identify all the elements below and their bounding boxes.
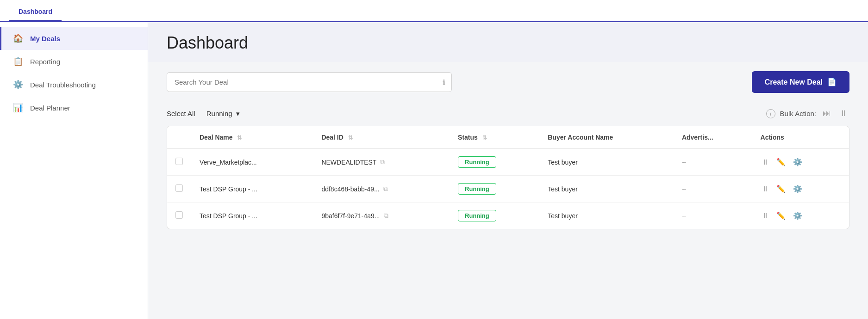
row-advertiser-2: --	[674, 202, 752, 229]
search-info-icon: ℹ	[443, 78, 445, 86]
copy-deal-id-icon-1[interactable]: ⧉	[383, 185, 388, 193]
create-button-label: Create New Deal	[765, 78, 823, 86]
bulk-action-info-icon: i	[766, 109, 775, 118]
create-new-deal-button[interactable]: Create New Deal 📄	[752, 71, 849, 93]
table-row: Test DSP Group - ... ddf8c468-babb-49...…	[167, 176, 849, 202]
th-buyer-account: Buyer Account Name	[539, 126, 674, 149]
table-row: Verve_Marketplac... NEWDEALIDTEST ⧉ Runn…	[167, 149, 849, 176]
toolbar: ℹ Create New Deal 📄	[148, 62, 868, 102]
th-status: Status ⇅	[450, 126, 539, 149]
sidebar-item-label-planner: Deal Planner	[30, 104, 70, 112]
top-bar: Dashboard	[0, 0, 868, 22]
status-filter-dropdown[interactable]: Running ▾	[206, 110, 240, 118]
bulk-action-area: i Bulk Action: ⏭ ⏸	[766, 108, 849, 119]
select-all-button[interactable]: Select All	[167, 110, 195, 117]
settings-deal-button-0[interactable]: ⚙️	[792, 157, 803, 167]
planner-icon: 📊	[12, 103, 24, 113]
sidebar-item-label-my-deals: My Deals	[30, 35, 60, 43]
status-filter-label: Running	[206, 110, 232, 117]
row-buyer-0: Test buyer	[539, 149, 674, 176]
pause-deal-button-2[interactable]: ⏸	[761, 211, 770, 221]
row-deal-name-1: Test DSP Group - ...	[191, 176, 313, 202]
dashboard-header: Dashboard	[148, 22, 868, 62]
sidebar-item-label-troubleshooting: Deal Troubleshooting	[30, 81, 96, 89]
main-layout: 🏠 My Deals 📋 Reporting ⚙️ Deal Troublesh…	[0, 22, 868, 319]
search-wrapper: ℹ	[167, 72, 452, 92]
sort-deal-name-icon[interactable]: ⇅	[237, 135, 242, 141]
row-checkbox-cell	[167, 202, 191, 229]
row-deal-name-0: Verve_Marketplac...	[191, 149, 313, 176]
bulk-stop-button[interactable]: ⏸	[837, 108, 849, 119]
row-actions-0: ⏸ ✏️ ⚙️	[752, 149, 849, 176]
edit-deal-button-2[interactable]: ✏️	[775, 210, 787, 221]
row-buyer-1: Test buyer	[539, 176, 674, 202]
th-checkbox	[167, 126, 191, 149]
settings-deal-button-1[interactable]: ⚙️	[792, 184, 803, 194]
edit-deal-button-1[interactable]: ✏️	[775, 184, 787, 194]
copy-deal-id-icon-2[interactable]: ⧉	[384, 212, 388, 220]
pause-deal-button-0[interactable]: ⏸	[761, 157, 770, 167]
row-buyer-2: Test buyer	[539, 202, 674, 229]
status-badge-1: Running	[458, 183, 496, 195]
row-checkbox-cell	[167, 176, 191, 202]
copy-deal-id-icon-0[interactable]: ⧉	[380, 158, 385, 166]
dashboard-tab[interactable]: Dashboard	[9, 3, 62, 21]
sidebar-item-deal-planner[interactable]: 📊 Deal Planner	[0, 96, 148, 119]
chevron-down-icon: ▾	[236, 110, 240, 118]
sidebar-item-label-reporting: Reporting	[30, 58, 60, 66]
sidebar-item-reporting[interactable]: 📋 Reporting	[0, 50, 148, 73]
th-deal-id: Deal ID ⇅	[313, 126, 450, 149]
row-status-1: Running	[450, 176, 539, 202]
row-status-0: Running	[450, 149, 539, 176]
row-deal-id-2: 9baf6f7f-9e71-4a9... ⧉	[313, 202, 450, 229]
settings-deal-button-2[interactable]: ⚙️	[792, 210, 803, 221]
table-row: Test DSP Group - ... 9baf6f7f-9e71-4a9..…	[167, 202, 849, 229]
create-button-icon: 📄	[827, 78, 837, 86]
table-area: Select All Running ▾ i Bulk Action: ⏭ ⏸	[148, 102, 868, 319]
row-checkbox-cell	[167, 149, 191, 176]
deals-table: Deal Name ⇅ Deal ID ⇅ Status ⇅ Buyer A	[167, 126, 849, 229]
bulk-action-label: Bulk Action:	[780, 110, 816, 117]
th-deal-name: Deal Name ⇅	[191, 126, 313, 149]
reporting-icon: 📋	[12, 56, 24, 67]
main-content: Dashboard ℹ Create New Deal 📄 Select All…	[148, 22, 868, 319]
row-checkbox-1[interactable]	[175, 184, 183, 192]
th-actions: Actions	[752, 126, 849, 149]
sidebar-item-deal-troubleshooting[interactable]: ⚙️ Deal Troubleshooting	[0, 73, 148, 96]
search-input[interactable]	[167, 72, 452, 92]
sidebar-item-my-deals[interactable]: 🏠 My Deals	[0, 27, 148, 50]
filter-row: Select All Running ▾ i Bulk Action: ⏭ ⏸	[167, 102, 849, 126]
th-advertiser: Advertis...	[674, 126, 752, 149]
pause-deal-button-1[interactable]: ⏸	[761, 184, 770, 194]
sidebar: 🏠 My Deals 📋 Reporting ⚙️ Deal Troublesh…	[0, 22, 148, 319]
table-header-row: Deal Name ⇅ Deal ID ⇅ Status ⇅ Buyer A	[167, 126, 849, 149]
table-body: Verve_Marketplac... NEWDEALIDTEST ⧉ Runn…	[167, 149, 849, 229]
home-icon: 🏠	[12, 33, 24, 43]
row-advertiser-0: --	[674, 149, 752, 176]
row-checkbox-0[interactable]	[175, 158, 183, 165]
status-badge-2: Running	[458, 210, 496, 221]
row-actions-2: ⏸ ✏️ ⚙️	[752, 202, 849, 229]
page-title: Dashboard	[167, 33, 849, 53]
status-badge-0: Running	[458, 156, 496, 168]
row-status-2: Running	[450, 202, 539, 229]
row-deal-name-2: Test DSP Group - ...	[191, 202, 313, 229]
bulk-pause-button[interactable]: ⏭	[821, 108, 833, 119]
row-deal-id-0: NEWDEALIDTEST ⧉	[313, 149, 450, 176]
sort-status-icon[interactable]: ⇅	[482, 135, 487, 141]
row-deal-id-1: ddf8c468-babb-49... ⧉	[313, 176, 450, 202]
edit-deal-button-0[interactable]: ✏️	[775, 157, 787, 167]
table-header: Deal Name ⇅ Deal ID ⇅ Status ⇅ Buyer A	[167, 126, 849, 149]
row-checkbox-2[interactable]	[175, 211, 183, 219]
sort-deal-id-icon[interactable]: ⇅	[348, 135, 353, 141]
row-actions-1: ⏸ ✏️ ⚙️	[752, 176, 849, 202]
row-advertiser-1: --	[674, 176, 752, 202]
troubleshooting-icon: ⚙️	[12, 80, 24, 90]
